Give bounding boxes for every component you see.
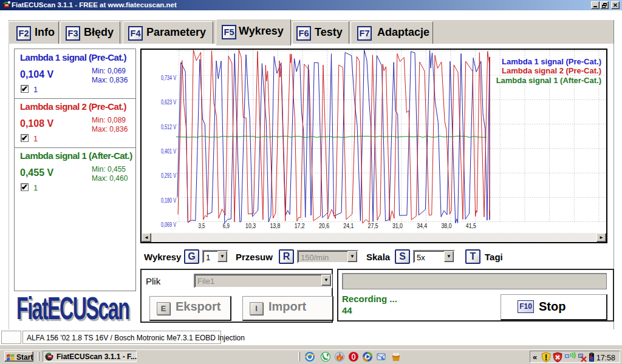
svg-text:3,5: 3,5 <box>199 222 205 229</box>
svg-text:0,512 V: 0,512 V <box>161 123 176 130</box>
svg-text:Lambda signal 2 (Pre-Cat.): Lambda signal 2 (Pre-Cat.) <box>502 66 601 75</box>
svg-text:0,623 V: 0,623 V <box>161 98 176 106</box>
svg-text:34,4: 34,4 <box>417 222 427 229</box>
svg-text:0,291 V: 0,291 V <box>161 172 176 179</box>
svg-text:0,069 V: 0,069 V <box>161 221 176 228</box>
svg-text:10,3: 10,3 <box>245 222 256 229</box>
svg-text:38,0: 38,0 <box>442 222 452 229</box>
svg-text:27,5: 27,5 <box>368 222 378 229</box>
svg-text:0,180 V: 0,180 V <box>161 197 176 204</box>
svg-text:0,734 V: 0,734 V <box>161 74 176 81</box>
svg-text:41,5: 41,5 <box>466 222 476 229</box>
svg-text:31,0: 31,0 <box>392 222 403 229</box>
svg-text:Lambda 1 signal (Pre-Cat.): Lambda 1 signal (Pre-Cat.) <box>502 57 601 66</box>
svg-text:17,2: 17,2 <box>295 222 305 229</box>
svg-text:Lambda signal 1 (After-Cat.): Lambda signal 1 (After-Cat.) <box>496 76 601 85</box>
svg-text:20,6: 20,6 <box>319 222 329 229</box>
svg-text:24,1: 24,1 <box>343 222 354 229</box>
svg-text:13,8: 13,8 <box>270 222 280 229</box>
svg-text:0,401 V: 0,401 V <box>161 147 176 155</box>
svg-text:6,9: 6,9 <box>223 222 230 229</box>
